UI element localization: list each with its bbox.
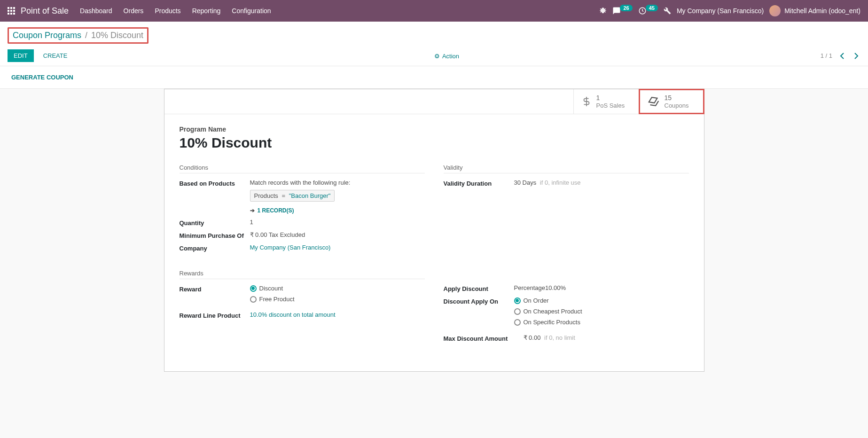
label-reward: Reward	[180, 285, 250, 293]
section-rewards-right-spacer	[444, 270, 689, 279]
gear-icon: ⚙	[434, 53, 440, 60]
breadcrumb-row: Coupon Programs / 10% Discount	[0, 22, 868, 46]
svg-rect-3	[8, 10, 9, 12]
program-name-value: 10% Discount	[180, 135, 689, 151]
form-sheet: 1 PoS Sales 15 Coupons Program Name 10% …	[164, 89, 704, 372]
avatar	[769, 5, 781, 16]
company-selector[interactable]: My Company (San Francisco)	[677, 7, 764, 15]
navbar-menu: Dashboard Orders Products Reporting Conf…	[80, 7, 271, 15]
stat-coupons[interactable]: 15 Coupons	[639, 89, 704, 114]
radio-unchecked-icon	[250, 296, 257, 303]
action-dropdown[interactable]: ⚙ Action	[434, 53, 459, 60]
debug-icon[interactable]	[599, 7, 607, 15]
section-rewards: Rewards	[180, 270, 425, 279]
domain-operator: =	[282, 192, 285, 199]
value-quantity: 1	[250, 219, 425, 226]
messages-badge: 26	[620, 5, 632, 11]
stat-pos-sales-value: 1	[596, 94, 625, 102]
domain-chip[interactable]: Products = "Bacon Burger"	[250, 190, 335, 202]
label-reward-line-product: Reward Line Product	[180, 311, 250, 319]
menu-orders[interactable]: Orders	[124, 7, 144, 15]
svg-rect-1	[10, 7, 12, 9]
user-menu[interactable]: Mitchell Admin (odoo_ent)	[769, 5, 860, 16]
stat-coupons-label: Coupons	[665, 102, 689, 110]
label-min-purchase: Minimum Purchase Of	[180, 231, 250, 239]
label-company: Company	[180, 244, 250, 252]
value-validity-duration: 30 Days	[514, 179, 537, 186]
svg-rect-5	[13, 10, 15, 12]
domain-value: "Bacon Burger"	[289, 192, 331, 199]
radio-apply-on-specific-label: On Specific Products	[524, 319, 580, 326]
arrow-right-icon: ➔	[250, 207, 255, 214]
svg-rect-7	[10, 13, 12, 15]
stat-coupons-value: 15	[665, 94, 689, 102]
svg-rect-4	[10, 10, 12, 12]
menu-products[interactable]: Products	[155, 7, 180, 15]
radio-unchecked-icon	[514, 308, 521, 315]
label-apply-discount: Apply Discount	[444, 284, 514, 292]
radio-reward-discount[interactable]: Discount	[250, 285, 425, 292]
svg-rect-8	[13, 13, 15, 15]
radio-apply-on-order-label: On Order	[524, 297, 549, 304]
radio-reward-free-product-label: Free Product	[259, 296, 295, 303]
program-name-label: Program Name	[180, 125, 689, 133]
section-conditions: Conditions	[180, 164, 425, 173]
pager-next[interactable]	[852, 51, 860, 61]
value-apply-discount: Percentage10.00%	[514, 284, 689, 291]
menu-configuration[interactable]: Configuration	[232, 7, 271, 15]
messages-button[interactable]: 26	[612, 7, 632, 15]
user-name: Mitchell Admin (odoo_ent)	[784, 7, 860, 15]
hint-validity-duration: if 0, infinite use	[540, 179, 581, 186]
section-validity: Validity	[444, 164, 689, 173]
radio-apply-on-cheapest-label: On Cheapest Product	[524, 308, 582, 315]
radio-apply-on-cheapest[interactable]: On Cheapest Product	[514, 308, 689, 315]
value-company[interactable]: My Company (San Francisco)	[250, 244, 425, 251]
radio-apply-on-order[interactable]: On Order	[514, 297, 689, 304]
domain-records-count: 1 RECORD(S)	[258, 207, 294, 214]
menu-reporting[interactable]: Reporting	[192, 7, 221, 15]
radio-checked-icon	[514, 297, 521, 304]
control-bar: EDIT CREATE ⚙ Action 1 / 1	[0, 46, 868, 66]
breadcrumb-parent[interactable]: Coupon Programs	[13, 31, 81, 40]
radio-checked-icon	[250, 285, 257, 292]
label-max-discount: Max Discount Amount	[444, 334, 524, 342]
hint-max-discount: if 0, no limit	[544, 334, 575, 341]
breadcrumb-separator: /	[85, 31, 87, 40]
radio-unchecked-icon	[514, 319, 521, 326]
status-bar: GENERATE COUPON	[0, 66, 868, 89]
radio-reward-discount-label: Discount	[259, 285, 283, 292]
pager-prev[interactable]	[838, 51, 846, 61]
app-title[interactable]: Point of Sale	[21, 6, 69, 16]
dollar-icon	[581, 95, 592, 108]
activities-button[interactable]: 45	[638, 7, 658, 15]
value-min-purchase: ₹ 0.00 Tax Excluded	[250, 231, 425, 238]
svg-rect-2	[13, 7, 15, 9]
label-validity-duration: Validity Duration	[444, 179, 514, 187]
label-discount-apply-on: Discount Apply On	[444, 297, 514, 305]
generate-coupon-button[interactable]: GENERATE COUPON	[8, 72, 77, 83]
edit-button[interactable]: EDIT	[8, 49, 34, 62]
tools-icon[interactable]	[664, 7, 671, 15]
ticket-icon	[648, 95, 660, 108]
breadcrumb: Coupon Programs / 10% Discount	[8, 27, 149, 44]
domain-records-link[interactable]: ➔ 1 RECORD(S)	[250, 207, 425, 214]
domain-field: Products	[254, 192, 278, 199]
radio-reward-free-product[interactable]: Free Product	[250, 296, 425, 303]
label-quantity: Quantity	[180, 219, 250, 227]
create-button[interactable]: CREATE	[38, 50, 73, 62]
stat-pos-sales[interactable]: 1 PoS Sales	[573, 89, 639, 114]
radio-apply-on-specific[interactable]: On Specific Products	[514, 319, 689, 326]
svg-rect-0	[8, 7, 9, 9]
top-navbar: Point of Sale Dashboard Orders Products …	[0, 0, 868, 22]
label-based-on-products: Based on Products	[180, 179, 250, 187]
breadcrumb-current: 10% Discount	[91, 31, 143, 40]
value-max-discount: ₹ 0.00	[524, 334, 541, 341]
menu-dashboard[interactable]: Dashboard	[80, 7, 112, 15]
value-reward-line-product[interactable]: 10.0% discount on total amount	[250, 311, 425, 318]
pager: 1 / 1	[821, 51, 860, 61]
stat-buttons: 1 PoS Sales 15 Coupons	[164, 89, 704, 114]
apps-icon[interactable]	[8, 7, 15, 15]
pager-count: 1 / 1	[821, 52, 832, 59]
domain-description: Match records with the following rule:	[250, 179, 425, 186]
svg-rect-6	[8, 13, 9, 15]
